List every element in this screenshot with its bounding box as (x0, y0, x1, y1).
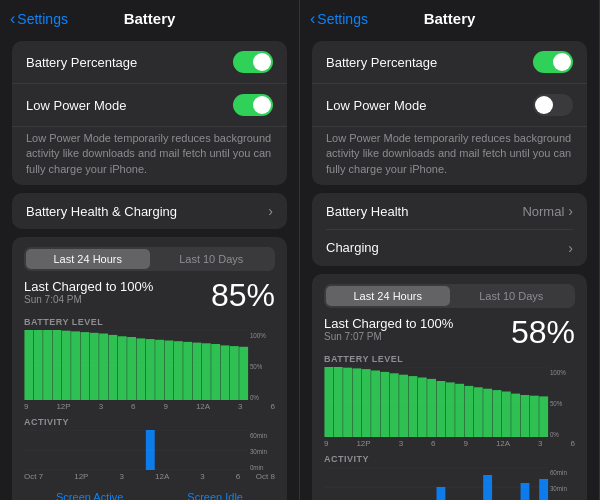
activity-label: ACTIVITY (324, 454, 575, 464)
tab-bar: Last 24 HoursLast 10 Days (324, 284, 575, 308)
svg-rect-45 (371, 370, 380, 437)
axis-label: 12A (496, 439, 510, 448)
activity-chart: 60min30min0min (324, 467, 575, 500)
toggle-1[interactable] (233, 94, 273, 116)
toggles-group: Battery Percentage Low Power Mode Low Po… (312, 41, 587, 185)
charge-info: Last Charged to 100% Sun 7:04 PM 85% (24, 279, 275, 311)
charge-text: Last Charged to 100% Sun 7:04 PM (24, 279, 153, 305)
axis-label: 6 (431, 439, 435, 448)
toggle-row-0: Battery Percentage (12, 41, 287, 84)
nav-row-label-0: Battery Health & Charging (26, 204, 177, 219)
toggle-label-1: Low Power Mode (26, 98, 126, 113)
tab-1[interactable]: Last 10 Days (450, 286, 574, 306)
svg-rect-26 (239, 347, 248, 400)
battery-chart: 100%50%0% (24, 330, 275, 400)
chevron-left-icon: ‹ (310, 11, 315, 27)
svg-rect-24 (221, 346, 230, 401)
svg-rect-63 (539, 396, 548, 437)
svg-rect-49 (408, 376, 417, 437)
svg-rect-70 (437, 487, 446, 500)
svg-rect-23 (211, 344, 220, 400)
nav-row-0[interactable]: Battery Health & Charging › (12, 193, 287, 229)
activity-axis-label: 3 (200, 472, 204, 481)
svg-rect-25 (230, 346, 239, 400)
svg-rect-73 (539, 479, 548, 500)
svg-rect-14 (127, 337, 136, 400)
tab-1[interactable]: Last 10 Days (150, 249, 274, 269)
nav-row-label-0: Battery Health (326, 204, 408, 219)
activity-axis-label: 3 (119, 472, 123, 481)
activity-axis-label: 12P (74, 472, 88, 481)
nav-back-label: Settings (17, 11, 68, 27)
svg-rect-13 (118, 336, 127, 400)
svg-rect-19 (174, 341, 183, 400)
nav-back-button[interactable]: ‹ Settings (10, 11, 68, 27)
battery-axis: 912P36912A36 (24, 402, 275, 411)
svg-text:30min: 30min (250, 448, 267, 455)
svg-rect-56 (474, 387, 483, 437)
nav-row-0[interactable]: Battery Health Normal › (312, 193, 587, 229)
charge-label: Last Charged to 100% (324, 316, 453, 331)
svg-rect-16 (146, 339, 155, 400)
svg-rect-48 (399, 374, 408, 436)
svg-rect-51 (427, 379, 436, 437)
scroll-content[interactable]: Battery Percentage Low Power Mode Low Po… (0, 33, 299, 500)
footer-link-1[interactable]: Screen Idle (187, 491, 243, 500)
svg-rect-7 (62, 331, 71, 400)
svg-rect-43 (352, 368, 361, 437)
chevron-right-icon-0: › (268, 203, 273, 219)
svg-rect-59 (502, 391, 511, 437)
nav-row-right-0: Normal › (522, 203, 573, 219)
charge-info: Last Charged to 100% Sun 7:07 PM 58% (324, 316, 575, 348)
axis-label: 9 (324, 439, 328, 448)
activity-axis: Oct 712P312A36Oct 8 (24, 472, 275, 481)
activity-chart: 60min30min0min (24, 430, 275, 470)
svg-rect-12 (108, 335, 117, 400)
svg-rect-52 (437, 381, 446, 437)
nav-bar: ‹ Settings Battery (0, 0, 299, 33)
activity-axis-label: 6 (236, 472, 240, 481)
svg-text:100%: 100% (550, 368, 566, 375)
nav-row-label-1: Charging (326, 240, 379, 255)
scroll-content[interactable]: Battery Percentage Low Power Mode Low Po… (300, 33, 599, 500)
panel-right: ‹ Settings Battery Battery Percentage Lo… (300, 0, 600, 500)
toggle-0[interactable] (233, 51, 273, 73)
toggle-row-0: Battery Percentage (312, 41, 587, 84)
battery-axis: 912P36912A36 (324, 439, 575, 448)
low-power-description: Low Power Mode temporarily reduces backg… (12, 127, 287, 185)
svg-rect-62 (530, 395, 539, 436)
charge-sub: Sun 7:04 PM (24, 294, 153, 305)
svg-text:60min: 60min (250, 432, 267, 439)
toggle-label-1: Low Power Mode (326, 98, 426, 113)
tab-0[interactable]: Last 24 Hours (26, 249, 150, 269)
nav-row-value-0: Normal (522, 204, 564, 219)
svg-rect-21 (193, 343, 202, 400)
svg-rect-60 (511, 393, 520, 436)
nav-title: Battery (424, 10, 476, 27)
tab-0[interactable]: Last 24 Hours (326, 286, 450, 306)
svg-rect-10 (90, 333, 99, 400)
nav-row-right-1: › (564, 240, 573, 256)
toggle-1[interactable] (533, 94, 573, 116)
svg-text:100%: 100% (250, 332, 266, 339)
svg-rect-40 (324, 367, 333, 437)
footer-link-0[interactable]: Screen Active (56, 491, 123, 500)
activity-label: ACTIVITY (24, 417, 275, 427)
svg-rect-44 (362, 369, 371, 437)
footer-row: Screen ActiveScreen Idle (24, 487, 275, 500)
axis-label: 6 (271, 402, 275, 411)
activity-axis-label: 12A (155, 472, 169, 481)
svg-rect-50 (418, 377, 427, 437)
axis-label: 6 (571, 439, 575, 448)
toggle-0[interactable] (533, 51, 573, 73)
toggle-row-1: Low Power Mode (312, 84, 587, 127)
low-power-description: Low Power Mode temporarily reduces backg… (312, 127, 587, 185)
charge-percent: 85% (211, 279, 275, 311)
axis-label: 9 (163, 402, 167, 411)
svg-rect-55 (465, 386, 474, 437)
svg-rect-3 (24, 330, 33, 400)
nav-back-button[interactable]: ‹ Settings (310, 11, 368, 27)
nav-back-label: Settings (317, 11, 368, 27)
nav-row-1[interactable]: Charging › (312, 230, 587, 266)
toggle-row-1: Low Power Mode (12, 84, 287, 127)
